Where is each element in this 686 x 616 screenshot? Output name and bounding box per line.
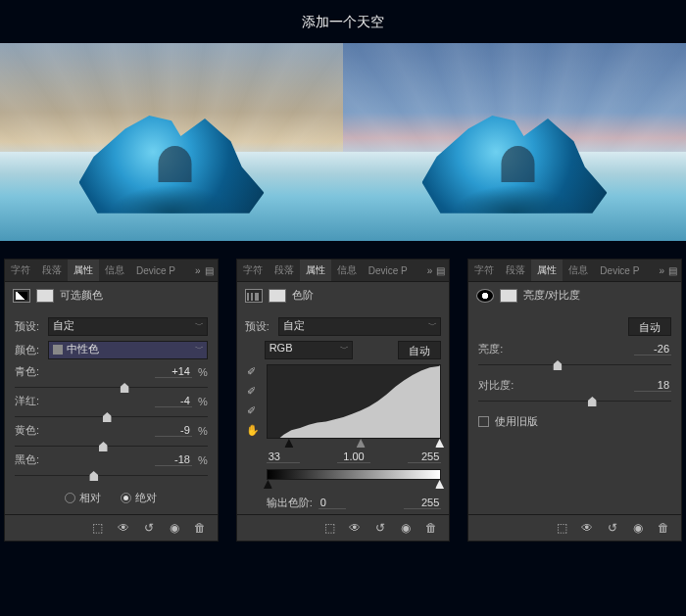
out-white-input[interactable] <box>404 497 441 509</box>
eyedropper-white-icon[interactable]: ✐ <box>245 403 259 417</box>
input-slider[interactable] <box>267 439 442 449</box>
tab-info[interactable]: 信息 <box>331 260 363 281</box>
preview-row <box>0 43 686 241</box>
brightness-slider[interactable] <box>478 360 671 370</box>
tab-properties[interactable]: 属性 <box>300 260 331 281</box>
scrubby-hand-icon[interactable]: ✋ <box>245 423 261 437</box>
visibility-icon[interactable]: 👁 <box>116 521 131 535</box>
tab-paragraph[interactable]: 段落 <box>269 260 300 281</box>
trash-icon[interactable]: 🗑 <box>192 521 208 535</box>
panels-row: 字符 段落 属性 信息 Device P » ▤ 可选颜色 预设: 自定 颜色:… <box>0 241 686 542</box>
histogram <box>267 364 442 439</box>
auto-button[interactable]: 自动 <box>628 317 671 336</box>
tab-paragraph[interactable]: 段落 <box>500 260 531 281</box>
black-label: 黑色: <box>15 452 42 467</box>
contrast-slider[interactable] <box>478 397 671 406</box>
yellow-label: 黄色: <box>15 423 42 438</box>
color-select[interactable]: 中性色 <box>48 341 208 359</box>
checkbox-icon <box>478 416 489 427</box>
preset-label: 预设: <box>245 319 272 334</box>
preview-before <box>0 43 343 241</box>
mask-icon[interactable] <box>269 289 286 303</box>
tab-properties[interactable]: 属性 <box>68 260 99 281</box>
cyan-input[interactable] <box>155 365 192 378</box>
tab-info[interactable]: 信息 <box>99 260 130 281</box>
tab-paragraph[interactable]: 段落 <box>36 260 68 281</box>
preview-after <box>343 43 686 241</box>
reset-icon[interactable]: ↺ <box>141 521 157 535</box>
eyedropper-gray-icon[interactable]: ✐ <box>245 384 259 398</box>
out-black-input[interactable] <box>318 497 346 509</box>
tab-expand-icon[interactable]: » <box>195 265 201 276</box>
tab-menu-icon[interactable]: ▤ <box>668 265 677 276</box>
black-slider[interactable] <box>15 471 208 481</box>
tab-character[interactable]: 字符 <box>5 260 36 281</box>
tab-bar: 字符 段落 属性 信息 Device P » ▤ <box>468 260 681 282</box>
prev-icon[interactable]: ◉ <box>630 521 646 535</box>
contrast-label: 对比度: <box>478 378 521 393</box>
prev-icon[interactable]: ◉ <box>398 521 414 535</box>
mask-icon[interactable] <box>500 289 517 303</box>
tab-info[interactable]: 信息 <box>563 260 594 281</box>
in-white-input[interactable] <box>408 450 441 463</box>
adjustment-name: 可选颜色 <box>60 288 103 303</box>
cyan-label: 青色: <box>15 364 42 379</box>
tab-bar: 字符 段落 属性 信息 Device P » ▤ <box>237 260 450 282</box>
adjustment-name: 色阶 <box>292 288 314 303</box>
output-label: 输出色阶: <box>267 496 313 510</box>
clip-icon[interactable]: ⬚ <box>554 521 569 535</box>
cyan-slider[interactable] <box>15 383 208 393</box>
tab-bar: 字符 段落 属性 信息 Device P » ▤ <box>5 260 218 282</box>
clip-icon[interactable]: ⬚ <box>321 521 337 535</box>
reset-icon[interactable]: ↺ <box>605 521 620 535</box>
tab-character[interactable]: 字符 <box>237 260 269 281</box>
brightness-label: 亮度: <box>478 342 521 356</box>
panel-levels: 字符 段落 属性 信息 Device P » ▤ 色阶 预设: 自定 RGB <box>236 259 451 542</box>
tab-menu-icon[interactable]: ▤ <box>205 265 214 276</box>
legacy-checkbox[interactable]: 使用旧版 <box>478 414 671 429</box>
black-input[interactable] <box>155 453 192 466</box>
preset-label: 预设: <box>15 319 42 334</box>
visibility-icon[interactable]: 👁 <box>347 521 363 535</box>
in-gamma-input[interactable] <box>337 450 370 463</box>
brightness-contrast-icon <box>476 289 494 303</box>
magenta-label: 洋红: <box>15 394 42 408</box>
tab-character[interactable]: 字符 <box>468 260 500 281</box>
contrast-input[interactable] <box>634 379 671 392</box>
reset-icon[interactable]: ↺ <box>372 521 388 535</box>
magenta-input[interactable] <box>155 395 192 407</box>
tab-device[interactable]: Device P <box>130 261 181 280</box>
prev-icon[interactable]: ◉ <box>167 521 182 535</box>
relative-radio[interactable]: 相对 <box>65 491 101 505</box>
tab-device[interactable]: Device P <box>594 261 645 280</box>
tab-device[interactable]: Device P <box>363 261 414 280</box>
output-gradient <box>267 469 442 480</box>
selective-color-icon <box>13 289 30 303</box>
mask-icon[interactable] <box>36 289 54 303</box>
preset-select[interactable]: 自定 <box>278 317 442 336</box>
preset-select[interactable]: 自定 <box>48 317 208 336</box>
tab-expand-icon[interactable]: » <box>427 265 433 276</box>
yellow-slider[interactable] <box>15 442 208 451</box>
auto-button[interactable]: 自动 <box>398 341 441 359</box>
absolute-radio[interactable]: 绝对 <box>121 491 157 505</box>
panel-selective-color: 字符 段落 属性 信息 Device P » ▤ 可选颜色 预设: 自定 颜色:… <box>4 259 219 542</box>
output-slider[interactable] <box>267 480 442 490</box>
channel-select[interactable]: RGB <box>265 341 353 359</box>
tab-expand-icon[interactable]: » <box>659 265 664 276</box>
svg-marker-0 <box>268 365 441 439</box>
panel-brightness-contrast: 字符 段落 属性 信息 Device P » ▤ 亮度/对比度 自动 亮度: <box>467 259 682 542</box>
trash-icon[interactable]: 🗑 <box>656 521 671 535</box>
visibility-icon[interactable]: 👁 <box>579 521 595 535</box>
eyedropper-black-icon[interactable]: ✐ <box>245 364 259 378</box>
yellow-input[interactable] <box>155 424 192 437</box>
clip-icon[interactable]: ⬚ <box>90 521 106 535</box>
magenta-slider[interactable] <box>15 412 208 422</box>
tab-properties[interactable]: 属性 <box>531 260 563 281</box>
trash-icon[interactable]: 🗑 <box>423 521 439 535</box>
in-black-input[interactable] <box>267 450 300 463</box>
pct: % <box>198 366 208 378</box>
page-title: 添加一个天空 <box>0 0 686 43</box>
tab-menu-icon[interactable]: ▤ <box>436 265 445 276</box>
brightness-input[interactable] <box>634 343 671 355</box>
